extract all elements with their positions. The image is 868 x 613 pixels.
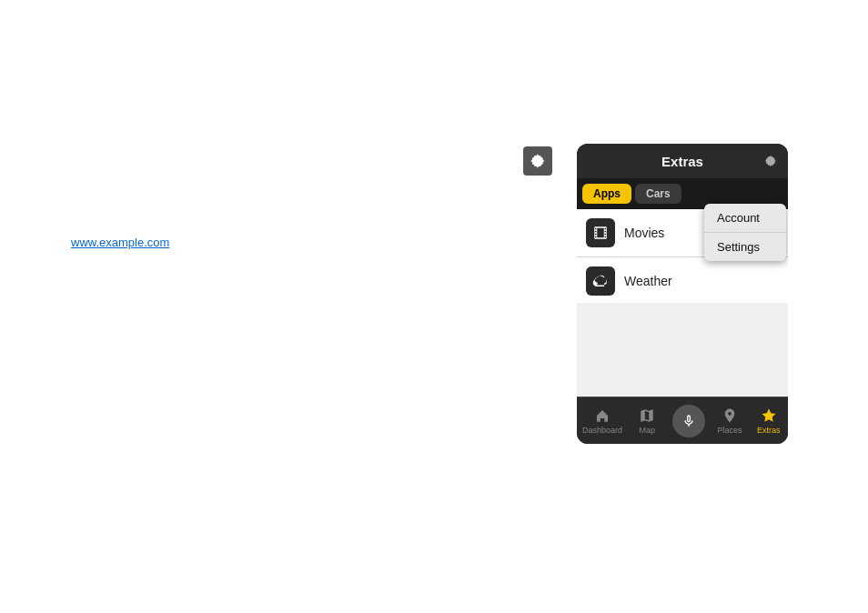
gear-icon [529, 152, 547, 170]
dropdown-settings[interactable]: Settings [704, 233, 786, 261]
gear-icon [763, 154, 778, 168]
external-link[interactable]: www.example.com [71, 236, 169, 249]
movies-label: Movies [624, 226, 664, 240]
map-tab-label: Map [640, 426, 656, 435]
places-tab-label: Places [718, 426, 742, 435]
extras-tab-label: Extras [757, 426, 781, 435]
dashboard-icon [594, 407, 611, 424]
dropdown-account[interactable]: Account [704, 204, 786, 233]
header-gear-button[interactable] [761, 151, 781, 171]
map-icon [639, 407, 655, 424]
tab-apps[interactable]: Apps [582, 184, 631, 204]
dropdown-menu: Account Settings [704, 204, 786, 261]
movies-icon-container [586, 218, 615, 247]
places-icon [722, 407, 738, 424]
list-item-weather[interactable]: Weather [577, 257, 788, 303]
bottom-tab-extras[interactable]: Extras [749, 404, 788, 438]
dashboard-tab-label: Dashboard [582, 426, 622, 435]
film-icon [592, 225, 609, 241]
tabs-row: Apps Cars Account Settings [577, 178, 788, 209]
weather-label: Weather [624, 274, 672, 288]
extras-icon [761, 407, 777, 424]
bottom-tab-map[interactable]: Map [628, 404, 667, 438]
weather-icon-container [586, 266, 615, 296]
mic-circle [672, 405, 705, 437]
bottom-tabbar: Dashboard Map [577, 397, 788, 444]
tab-cars[interactable]: Cars [635, 184, 681, 204]
bottom-tab-places[interactable]: Places [711, 404, 750, 438]
bottom-tab-mic[interactable] [667, 401, 711, 441]
bottom-tab-dashboard[interactable]: Dashboard [577, 404, 628, 438]
external-gear-button[interactable] [523, 146, 552, 176]
weather-icon [592, 273, 609, 289]
header-title: Extras [661, 154, 703, 169]
header-bar: Extras [577, 144, 788, 178]
phone-frame: Extras Apps Cars Account Settings [577, 144, 788, 444]
mic-icon [681, 414, 696, 428]
empty-list-space [577, 303, 788, 397]
